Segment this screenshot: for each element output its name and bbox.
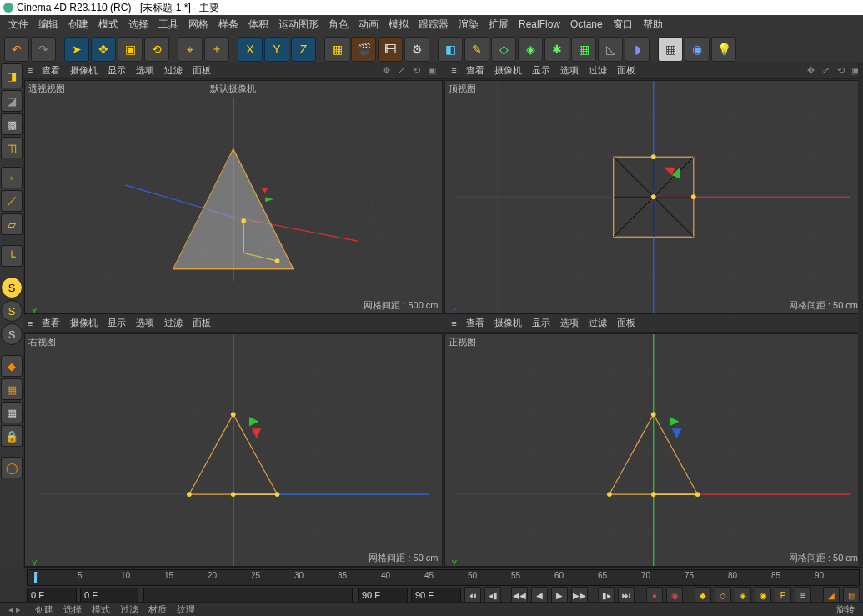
view-camera[interactable]: 摄像机	[70, 64, 98, 77]
render-pv[interactable]: 🎬	[351, 37, 376, 62]
array-icon[interactable]: ▦	[571, 37, 596, 62]
view-panel[interactable]: 面板	[193, 64, 211, 77]
z-axis-toggle[interactable]: Z	[291, 37, 316, 62]
menu-tracker[interactable]: 跟踪器	[419, 18, 449, 32]
menu-render[interactable]: 渲染	[459, 18, 479, 32]
timeline-dope[interactable]: ▤	[843, 587, 860, 603]
undo-button[interactable]: ↶	[4, 37, 29, 62]
menu-volume[interactable]: 体积	[248, 18, 268, 32]
viewport-perspective[interactable]: 透视视图 默认摄像机 网格间距 : 500 cm	[24, 80, 443, 314]
move-tool[interactable]: ✥	[91, 37, 116, 62]
key-param[interactable]: P	[775, 587, 791, 603]
menu-simulate[interactable]: 模拟	[389, 18, 409, 32]
model-mode[interactable]: ◪	[1, 90, 23, 112]
view-options[interactable]: 选项	[136, 64, 154, 77]
menu-octane[interactable]: Octane	[570, 18, 603, 30]
floor-icon[interactable]: ▦	[658, 37, 683, 62]
view-view[interactable]: 查看	[42, 64, 60, 77]
view-nav4[interactable]: ▣	[426, 64, 438, 76]
menu-select[interactable]: 选择	[128, 18, 148, 32]
light-icon[interactable]: 💡	[711, 37, 736, 62]
frame-limit[interactable]: 90 F	[411, 588, 461, 603]
key-pos[interactable]: ◇	[715, 587, 731, 603]
right-gutter[interactable]	[858, 62, 863, 568]
menu-extensions[interactable]: 扩展	[489, 18, 509, 32]
snap-toggle[interactable]: S	[1, 277, 23, 298]
hamburger-icon[interactable]: ≡	[23, 65, 37, 75]
key-scale[interactable]: ◈	[735, 587, 751, 603]
snap-settings[interactable]: S	[1, 300, 23, 322]
play-back[interactable]: ◀	[531, 587, 548, 603]
view-filter[interactable]: 过滤	[164, 64, 183, 77]
step-back-key[interactable]: ◂▮	[484, 587, 501, 603]
record-button[interactable]: ●	[646, 587, 663, 603]
autokey-button[interactable]: ◉	[666, 587, 683, 603]
view-display[interactable]: 显示	[108, 64, 126, 77]
viewport-front[interactable]: 正视图 网格间距 : 50 cm	[444, 333, 863, 568]
poly-mode[interactable]: ▱	[1, 213, 23, 235]
menu-animate[interactable]: 动画	[359, 18, 379, 32]
tag-icon[interactable]: ◗	[625, 37, 650, 62]
generator-icon[interactable]: ◇	[491, 37, 516, 62]
rotate-tool[interactable]: ⟲	[144, 37, 169, 62]
pen-icon[interactable]: ✎	[464, 37, 489, 62]
render-settings2[interactable]: ⚙	[404, 37, 429, 62]
axis-mode[interactable]: └	[1, 245, 23, 267]
key-pla[interactable]: ≡	[795, 587, 811, 603]
menu-mograph[interactable]: 运动图形	[278, 18, 319, 32]
workplane[interactable]: ◆	[1, 355, 23, 377]
x-axis-toggle[interactable]: X	[238, 37, 263, 62]
select-tool[interactable]: ➤	[64, 37, 89, 62]
texture-mode[interactable]: ▩	[1, 113, 23, 135]
viewport-right[interactable]: 右视图 网格间距 : 50 cm	[24, 333, 443, 568]
timeline-scrollbar[interactable]	[143, 588, 353, 603]
field-icon[interactable]: ◈	[518, 37, 543, 62]
menu-help[interactable]: 帮助	[643, 18, 663, 32]
key-sel[interactable]: ◆	[695, 587, 711, 603]
grid-toggle2[interactable]: ▦	[1, 402, 23, 423]
play-fwd[interactable]: ▶	[551, 587, 568, 603]
hamburger-icon-2[interactable]: ≡	[448, 65, 461, 75]
viewport-top[interactable]: 顶视图 网格间距 : 50 cm	[444, 80, 863, 314]
menu-file[interactable]: 文件	[8, 18, 28, 32]
step-fwd-key[interactable]: ▮▸	[598, 587, 615, 603]
sky-icon[interactable]: ◉	[685, 37, 710, 62]
menu-character[interactable]: 角色	[329, 18, 349, 32]
step-fwd[interactable]: ▶▶	[571, 587, 588, 603]
workplane-mode[interactable]: ◫	[1, 137, 23, 158]
y-axis-toggle[interactable]: Y	[264, 37, 289, 62]
edge-mode[interactable]: ／	[1, 190, 23, 212]
recent-tool[interactable]: ⌖	[178, 37, 203, 62]
octane-icon[interactable]: ◯	[1, 457, 23, 478]
timeline-fcurve[interactable]: ◢	[823, 587, 840, 603]
render-settings[interactable]: 🎞	[378, 37, 403, 62]
menu-spline[interactable]: 样条	[218, 18, 238, 32]
render-view[interactable]: ▦	[324, 37, 349, 62]
frame-current[interactable]: 0 F	[80, 588, 138, 603]
cube-icon[interactable]: ◧	[438, 37, 463, 62]
step-back[interactable]: ◀◀	[511, 587, 528, 603]
key-rot[interactable]: ◉	[755, 587, 771, 603]
menu-tools[interactable]: 工具	[158, 18, 178, 32]
scale-tool[interactable]: ▣	[118, 37, 143, 62]
view-nav2[interactable]: ⤢	[396, 64, 408, 76]
point-mode[interactable]: ◦	[1, 167, 23, 188]
timeline-ruler[interactable]: 0 5 10 15 20 25 30 35 40 45 50 55 60 65 …	[27, 569, 860, 586]
snap-3d[interactable]: S	[1, 323, 23, 345]
view-cam-persp[interactable]: 默认摄像机	[210, 83, 256, 95]
goto-end[interactable]: ⏭	[618, 587, 635, 603]
frame-start[interactable]: 0 F	[27, 588, 77, 603]
menu-mode[interactable]: 模式	[98, 18, 118, 32]
frame-end[interactable]: 90 F	[358, 588, 408, 603]
view-nav3[interactable]: ⟲	[411, 64, 423, 76]
lock-icon[interactable]: 🔒	[1, 425, 23, 447]
redo-button[interactable]: ↷	[31, 37, 56, 62]
add-tool[interactable]: ＋	[204, 37, 229, 62]
menu-realflow[interactable]: RealFlow	[519, 18, 560, 30]
make-editable[interactable]: ◨	[1, 63, 23, 88]
menu-window[interactable]: 窗口	[613, 18, 633, 32]
menu-mesh[interactable]: 网格	[188, 18, 208, 32]
view-nav1[interactable]: ✥	[381, 64, 393, 76]
grid-toggle[interactable]: ▦	[1, 378, 23, 400]
goto-start[interactable]: ⏮	[464, 587, 481, 603]
